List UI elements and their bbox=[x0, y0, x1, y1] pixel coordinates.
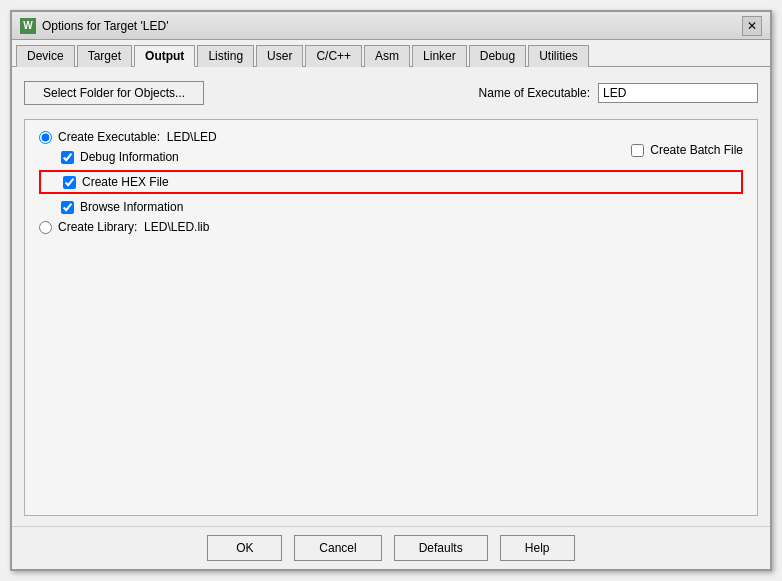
create-hex-label: Create HEX File bbox=[82, 175, 169, 189]
browse-info-checkbox[interactable] bbox=[61, 201, 74, 214]
title-bar-left: W Options for Target 'LED' bbox=[20, 18, 168, 34]
app-icon: W bbox=[20, 18, 36, 34]
create-executable-label: Create Executable: LED\LED bbox=[58, 130, 217, 144]
create-library-radio[interactable] bbox=[39, 221, 52, 234]
create-hex-checkbox[interactable] bbox=[63, 176, 76, 189]
create-batch-area: Create Batch File bbox=[631, 143, 743, 157]
bottom-buttons: OK Cancel Defaults Help bbox=[12, 526, 770, 569]
create-batch-label: Create Batch File bbox=[650, 143, 743, 157]
debug-info-label: Debug Information bbox=[80, 150, 179, 164]
help-button[interactable]: Help bbox=[500, 535, 575, 561]
create-batch-row: Create Batch File bbox=[631, 143, 743, 157]
tab-output[interactable]: Output bbox=[134, 45, 195, 67]
tab-asm[interactable]: Asm bbox=[364, 45, 410, 67]
cancel-button[interactable]: Cancel bbox=[294, 535, 381, 561]
select-folder-button[interactable]: Select Folder for Objects... bbox=[24, 81, 204, 105]
create-executable-radio[interactable] bbox=[39, 131, 52, 144]
tab-device[interactable]: Device bbox=[16, 45, 75, 67]
ok-button[interactable]: OK bbox=[207, 535, 282, 561]
name-executable-label: Name of Executable: bbox=[479, 86, 590, 100]
tab-debug[interactable]: Debug bbox=[469, 45, 526, 67]
create-library-row: Create Library: LED\LED.lib bbox=[39, 220, 743, 234]
title-bar: W Options for Target 'LED' ✕ bbox=[12, 12, 770, 40]
close-button[interactable]: ✕ bbox=[742, 16, 762, 36]
tab-listing[interactable]: Listing bbox=[197, 45, 254, 67]
create-library-label: Create Library: LED\LED.lib bbox=[58, 220, 209, 234]
browse-info-row: Browse Information bbox=[39, 200, 743, 214]
top-row: Select Folder for Objects... Name of Exe… bbox=[24, 77, 758, 109]
main-window: W Options for Target 'LED' ✕ Device Targ… bbox=[10, 10, 772, 571]
create-batch-checkbox[interactable] bbox=[631, 144, 644, 157]
tab-bar: Device Target Output Listing User C/C++ … bbox=[12, 40, 770, 67]
tab-user[interactable]: User bbox=[256, 45, 303, 67]
tab-target[interactable]: Target bbox=[77, 45, 132, 67]
tab-linker[interactable]: Linker bbox=[412, 45, 467, 67]
window-title: Options for Target 'LED' bbox=[42, 19, 168, 33]
content-area: Select Folder for Objects... Name of Exe… bbox=[12, 67, 770, 526]
defaults-button[interactable]: Defaults bbox=[394, 535, 488, 561]
options-group-box: Create Executable: LED\LED Debug Informa… bbox=[24, 119, 758, 516]
tab-cpp[interactable]: C/C++ bbox=[305, 45, 362, 67]
tab-utilities[interactable]: Utilities bbox=[528, 45, 589, 67]
create-hex-row: Create HEX File bbox=[39, 170, 743, 194]
debug-info-checkbox[interactable] bbox=[61, 151, 74, 164]
name-executable-input[interactable] bbox=[598, 83, 758, 103]
browse-info-label: Browse Information bbox=[80, 200, 183, 214]
name-executable-row: Name of Executable: bbox=[479, 83, 758, 103]
create-executable-row: Create Executable: LED\LED bbox=[39, 130, 743, 144]
